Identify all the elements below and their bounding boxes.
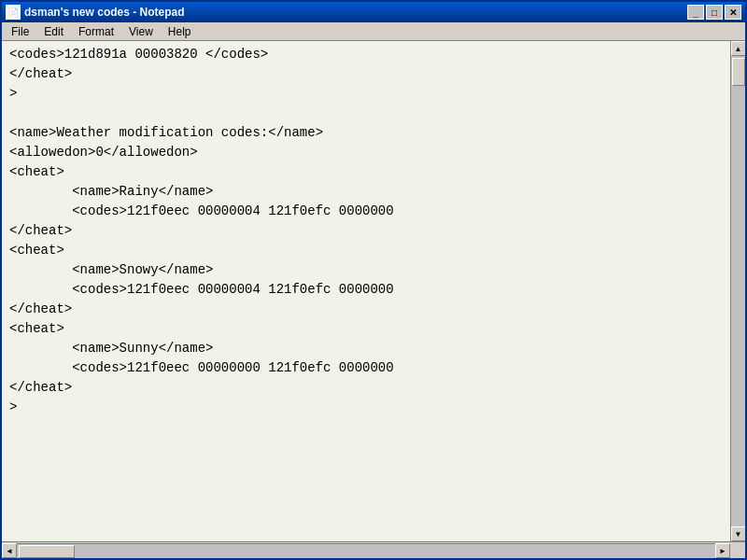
title-bar: 📄 dsman's new codes - Notepad _ □ ✕ xyxy=(2,2,745,22)
scroll-right-button[interactable]: ► xyxy=(715,543,730,558)
title-bar-left: 📄 dsman's new codes - Notepad xyxy=(6,5,185,20)
window-title: dsman's new codes - Notepad xyxy=(24,6,185,19)
menu-bar: File Edit Format View Help xyxy=(2,22,745,41)
app-icon: 📄 xyxy=(6,5,21,20)
notepad-window: 📄 dsman's new codes - Notepad _ □ ✕ File… xyxy=(0,0,747,560)
vertical-scrollbar: ▲ ▼ xyxy=(730,41,745,541)
scrollbar-corner xyxy=(730,543,745,558)
scroll-thumb-vertical[interactable] xyxy=(732,58,745,86)
scroll-thumb-horizontal[interactable] xyxy=(19,545,75,558)
scroll-up-button[interactable]: ▲ xyxy=(731,41,746,56)
scroll-track-horizontal[interactable] xyxy=(17,544,715,558)
scroll-down-button[interactable]: ▼ xyxy=(731,526,746,541)
horizontal-scrollbar: ◄ ► xyxy=(2,543,730,558)
menu-edit[interactable]: Edit xyxy=(36,23,71,40)
menu-help[interactable]: Help xyxy=(161,23,199,40)
menu-format[interactable]: Format xyxy=(71,23,121,40)
menu-file[interactable]: File xyxy=(4,23,36,40)
minimize-button[interactable]: _ xyxy=(687,5,704,20)
content-area: <codes>121d891a 00003820 </codes> </chea… xyxy=(2,41,745,541)
text-editor[interactable]: <codes>121d891a 00003820 </codes> </chea… xyxy=(2,41,730,541)
scroll-track-vertical[interactable] xyxy=(731,56,745,526)
window-controls: _ □ ✕ xyxy=(687,5,741,20)
maximize-button[interactable]: □ xyxy=(706,5,723,20)
bottom-bar: ◄ ► xyxy=(2,541,745,558)
scroll-left-button[interactable]: ◄ xyxy=(2,543,17,558)
close-button[interactable]: ✕ xyxy=(725,5,741,20)
menu-view[interactable]: View xyxy=(121,23,161,40)
